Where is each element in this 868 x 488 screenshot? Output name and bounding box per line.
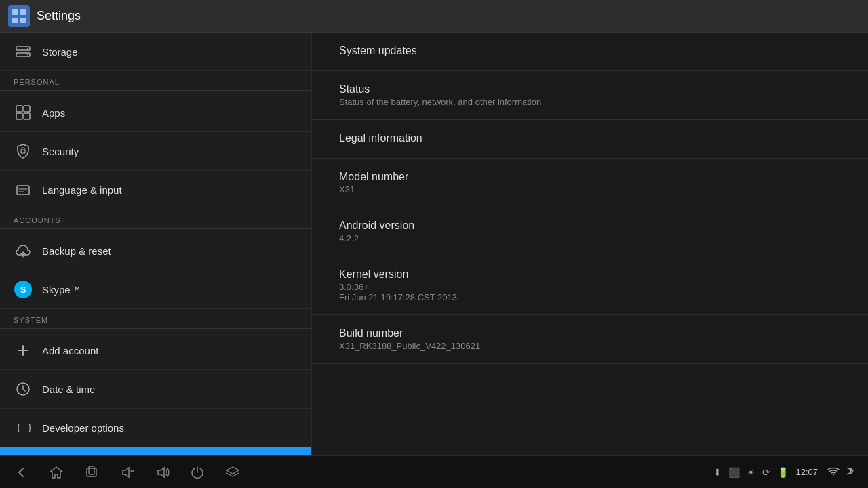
sidebar-item-language-label: Language & input — [42, 184, 122, 196]
sidebar: Storage PERSONAL Apps — [0, 33, 312, 455]
svg-rect-19 — [89, 466, 94, 474]
svg-rect-1 — [20, 9, 26, 15]
divider-personal — [0, 90, 311, 91]
svg-text:{ }: { } — [16, 422, 31, 433]
svg-rect-2 — [12, 18, 18, 23]
content-title-build: Build number — [339, 327, 841, 340]
layers-button[interactable] — [225, 465, 240, 480]
sidebar-item-add-account[interactable]: Add account — [0, 331, 311, 370]
sidebar-item-about[interactable]: i About device — [0, 447, 311, 455]
content-item-build[interactable]: Build number X31_RK3188_Public_V422_1306… — [312, 315, 868, 364]
content-subtitle-kernel: 3.0.36+ Fri Jun 21 19:17:28 CST 2013 — [339, 282, 841, 302]
svg-rect-11 — [24, 113, 30, 119]
sidebar-item-skype-label: Skype™ — [42, 284, 81, 296]
content-item-legal[interactable]: Legal information — [312, 120, 868, 159]
sidebar-item-backup[interactable]: Backup & reset — [0, 232, 311, 270]
sidebar-item-developer[interactable]: { } Developer options — [0, 409, 311, 447]
content-item-android-version[interactable]: Android version 4.2.2 — [312, 207, 868, 256]
settings-app-icon — [8, 5, 30, 27]
volume-down-button[interactable] — [119, 465, 134, 480]
home-button[interactable] — [49, 465, 64, 480]
wifi-icon — [827, 466, 840, 478]
sidebar-item-security-label: Security — [42, 146, 79, 157]
content-subtitle-android-version: 4.2.2 — [339, 233, 841, 243]
app-title: Settings — [37, 9, 81, 23]
recents-button[interactable] — [84, 465, 99, 480]
sidebar-item-storage[interactable]: Storage — [0, 33, 311, 71]
sidebar-item-apps[interactable]: Apps — [0, 94, 311, 132]
time-display: 12:07 — [795, 467, 818, 477]
add-account-icon — [14, 341, 33, 360]
volume-up-button[interactable] — [155, 465, 170, 480]
backup-icon — [14, 241, 33, 260]
content-title-status: Status — [339, 83, 841, 96]
content-title-legal: Legal information — [339, 132, 841, 144]
section-accounts: ACCOUNTS — [0, 209, 311, 228]
main-layout: Storage PERSONAL Apps — [0, 33, 868, 455]
sidebar-item-storage-label: Storage — [42, 46, 78, 58]
svg-rect-8 — [16, 106, 22, 112]
svg-rect-12 — [21, 150, 25, 153]
datetime-icon — [14, 380, 33, 399]
status-icons: ⬇ ⬛ ☀ ⟳ 🔋 12:07 — [713, 465, 854, 479]
content-panel: System updates Status Status of the batt… — [312, 33, 868, 455]
divider-system — [0, 328, 311, 329]
topbar: Settings — [0, 0, 868, 33]
sidebar-item-security[interactable]: Security — [0, 132, 311, 171]
content-title-kernel: Kernel version — [339, 268, 841, 281]
section-system: SYSTEM — [0, 309, 311, 328]
sidebar-item-datetime[interactable]: Date & time — [0, 370, 311, 409]
security-icon — [14, 142, 33, 161]
storage-icon — [14, 42, 33, 61]
svg-rect-13 — [17, 186, 29, 195]
language-icon — [14, 180, 33, 199]
apps-icon — [14, 103, 33, 122]
nav-buttons — [14, 465, 240, 480]
svg-rect-3 — [20, 18, 26, 23]
content-subtitle-status: Status of the battery, network, and othe… — [339, 97, 841, 107]
svg-rect-18 — [87, 468, 96, 476]
content-item-system-updates[interactable]: System updates — [312, 33, 868, 71]
svg-rect-9 — [24, 106, 30, 112]
sidebar-item-developer-label: Developer options — [42, 422, 124, 434]
content-item-model[interactable]: Model number X31 — [312, 159, 868, 207]
content-title-model: Model number — [339, 171, 841, 183]
power-button[interactable] — [190, 465, 205, 480]
sidebar-item-apps-label: Apps — [42, 107, 65, 119]
svg-point-21 — [833, 474, 834, 476]
content-title-system-updates: System updates — [339, 45, 841, 57]
developer-icon: { } — [14, 418, 33, 437]
back-button[interactable] — [14, 465, 28, 480]
content-subtitle-build: X31_RK3188_Public_V422_130621 — [339, 341, 841, 351]
content-title-android-version: Android version — [339, 220, 841, 232]
sidebar-item-datetime-label: Date & time — [42, 384, 95, 395]
svg-rect-0 — [12, 9, 18, 15]
divider-accounts — [0, 228, 311, 229]
bottombar: ⬇ ⬛ ☀ ⟳ 🔋 12:07 — [0, 455, 868, 488]
sidebar-item-backup-label: Backup & reset — [42, 245, 111, 257]
skype-icon: S — [14, 280, 33, 299]
battery-icon: 🔋 — [777, 467, 789, 478]
section-personal: PERSONAL — [0, 71, 311, 90]
content-subtitle-model: X31 — [339, 184, 841, 195]
svg-rect-10 — [16, 113, 22, 119]
svg-point-6 — [27, 48, 28, 49]
sidebar-item-language[interactable]: Language & input — [0, 171, 311, 209]
brightness-icon: ☀ — [747, 467, 755, 478]
content-item-kernel[interactable]: Kernel version 3.0.36+ Fri Jun 21 19:17:… — [312, 256, 868, 315]
bluetooth-icon — [846, 465, 854, 479]
rotate-icon: ⟳ — [762, 467, 770, 478]
sidebar-item-skype[interactable]: S Skype™ — [0, 270, 311, 309]
download-icon: ⬇ — [713, 467, 722, 478]
svg-point-7 — [27, 54, 28, 56]
screen-icon: ⬛ — [728, 467, 740, 478]
content-item-status[interactable]: Status Status of the battery, network, a… — [312, 71, 868, 120]
sidebar-item-add-account-label: Add account — [42, 345, 98, 357]
